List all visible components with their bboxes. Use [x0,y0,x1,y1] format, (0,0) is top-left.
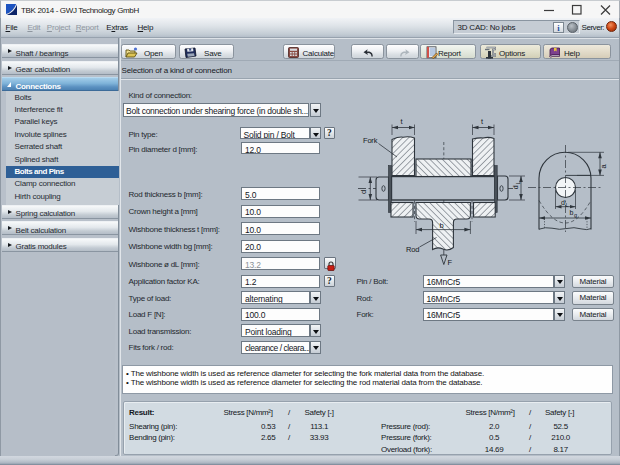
svg-text:Fork: Fork [363,136,378,145]
svg-text:b: b [570,209,574,216]
svg-text:L: L [515,181,521,184]
svg-text:d: d [359,190,368,194]
svg-text:t: t [481,117,484,126]
svg-text:F: F [448,258,453,267]
svg-text:d: d [561,199,565,206]
svg-text:b: b [440,221,444,230]
svg-text:t: t [401,117,404,126]
svg-text:Rod: Rod [406,245,419,254]
svg-text:g: g [574,212,577,218]
svg-text:L: L [566,202,569,208]
svg-text:d: d [512,185,519,189]
